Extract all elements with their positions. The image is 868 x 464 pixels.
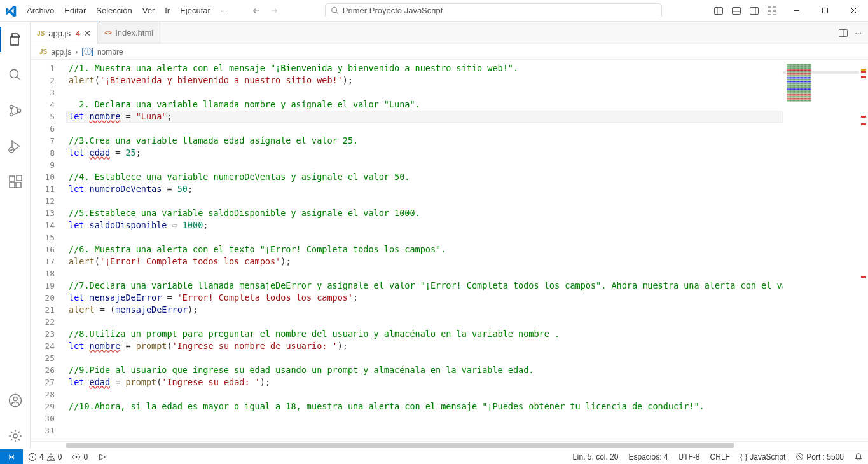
layout-sidebar-right-icon[interactable]	[749, 6, 759, 16]
overview-ruler[interactable]	[859, 60, 868, 441]
svg-rect-12	[823, 8, 828, 13]
tab-label: index.html	[116, 28, 153, 38]
remote-indicator[interactable]	[0, 449, 23, 465]
split-editor-icon[interactable]	[838, 28, 848, 38]
svg-rect-19	[10, 182, 15, 188]
svg-rect-3	[733, 7, 741, 14]
command-center-text: Primer Proyecto JavaScript	[343, 6, 443, 15]
status-live-preview[interactable]	[93, 453, 112, 461]
svg-point-15	[10, 113, 13, 116]
menu-archivo[interactable]: Archivo	[22, 0, 59, 22]
status-problems[interactable]: 4 0	[23, 453, 67, 461]
menu-ejecutar[interactable]: Ejecutar	[175, 0, 216, 22]
js-file-icon: JS	[37, 30, 45, 37]
status-live-server[interactable]: Port : 5500	[790, 453, 849, 461]
search-view-icon[interactable]	[0, 62, 31, 88]
window-maximize-button[interactable]	[811, 0, 839, 22]
customize-layout-icon[interactable]	[767, 6, 777, 16]
activity-bar	[0, 22, 31, 449]
status-ports[interactable]: 0	[67, 453, 93, 461]
menu-ver[interactable]: Ver	[137, 0, 160, 22]
svg-point-23	[13, 397, 17, 401]
svg-rect-8	[773, 7, 776, 10]
svg-rect-5	[750, 7, 759, 14]
menu-ir[interactable]: Ir	[160, 0, 175, 22]
breadcrumb-file: app.js	[51, 48, 71, 57]
svg-rect-20	[16, 182, 21, 188]
code-editor[interactable]: 1234567891011121314151617181920212223242…	[31, 60, 868, 441]
symbol-variable-icon: [ⓘ]	[81, 46, 93, 57]
breadcrumb-symbol: nombre	[97, 48, 123, 57]
svg-point-30	[76, 456, 78, 458]
menu-overflow[interactable]: ···	[216, 6, 233, 15]
js-file-icon: JS	[39, 48, 47, 55]
svg-rect-18	[10, 176, 15, 181]
svg-point-29	[50, 458, 51, 459]
status-encoding[interactable]: UTF-8	[673, 453, 705, 461]
svg-point-0	[331, 8, 336, 13]
status-notifications-icon[interactable]	[849, 453, 868, 461]
tab-index-html[interactable]: <> index.html	[98, 22, 160, 44]
svg-point-24	[13, 434, 17, 438]
run-debug-view-icon[interactable]	[0, 133, 31, 159]
layout-sidebar-left-icon[interactable]	[713, 6, 724, 16]
svg-point-13	[10, 70, 18, 78]
explorer-view-icon[interactable]	[0, 27, 31, 52]
command-center-search[interactable]: Primer Proyecto JavaScript	[325, 3, 662, 18]
code-content[interactable]: //1. Muestra una alerta con el mensaje "…	[66, 60, 783, 441]
svg-point-14	[10, 106, 13, 109]
status-indentation[interactable]: Espacios: 4	[624, 453, 673, 461]
horizontal-scrollbar[interactable]	[31, 441, 868, 449]
layout-panel-icon[interactable]	[731, 6, 741, 16]
window-close-button[interactable]	[839, 0, 868, 22]
nav-forward-icon[interactable]	[270, 6, 279, 15]
status-cursor-position[interactable]: Lín. 5, col. 20	[567, 453, 623, 461]
tab-app-js[interactable]: JS app.js 4 ✕	[31, 22, 98, 44]
editor-tabs: JS app.js 4 ✕ <> index.html ···	[31, 22, 868, 44]
chevron-right-icon: ›	[75, 48, 78, 57]
status-warnings-count: 0	[58, 453, 62, 461]
close-tab-icon[interactable]: ✕	[84, 29, 91, 38]
extensions-view-icon[interactable]	[0, 169, 31, 194]
svg-point-16	[17, 109, 20, 113]
menu-bar: ArchivoEditarSelecciónVerIrEjecutar	[22, 0, 216, 22]
svg-rect-10	[773, 11, 776, 15]
minimap[interactable]: ████████████████████████████████████████…	[783, 60, 859, 441]
status-eol[interactable]: CRLF	[705, 453, 735, 461]
status-ports-count: 0	[83, 453, 88, 461]
svg-rect-21	[17, 175, 22, 181]
settings-gear-icon[interactable]	[0, 423, 31, 449]
more-actions-icon[interactable]: ···	[855, 28, 862, 38]
source-control-view-icon[interactable]	[0, 98, 31, 123]
search-icon	[331, 6, 339, 15]
tab-problems-count: 4	[76, 29, 80, 38]
accounts-icon[interactable]	[0, 388, 31, 413]
menu-selección[interactable]: Selección	[91, 0, 137, 22]
status-language-mode[interactable]: { } JavaScript	[735, 453, 790, 461]
status-errors-count: 4	[39, 453, 44, 461]
svg-rect-9	[768, 11, 771, 15]
svg-rect-1	[715, 7, 723, 14]
tab-label: app.js	[48, 29, 71, 38]
breadcrumb[interactable]: JS app.js › [ⓘ] nombre	[31, 44, 868, 60]
html-file-icon: <>	[104, 29, 112, 36]
vscode-logo-icon	[0, 5, 22, 17]
nav-back-icon[interactable]	[252, 6, 261, 15]
line-number-gutter: 1234567891011121314151617181920212223242…	[31, 60, 66, 441]
menu-editar[interactable]: Editar	[59, 0, 91, 22]
title-bar: ArchivoEditarSelecciónVerIrEjecutar ··· …	[0, 0, 868, 22]
svg-rect-7	[768, 7, 771, 10]
status-bar: 4 0 0 Lín. 5, col. 20 Espacios: 4 UTF-8 …	[0, 449, 868, 464]
window-minimize-button[interactable]	[782, 0, 811, 22]
